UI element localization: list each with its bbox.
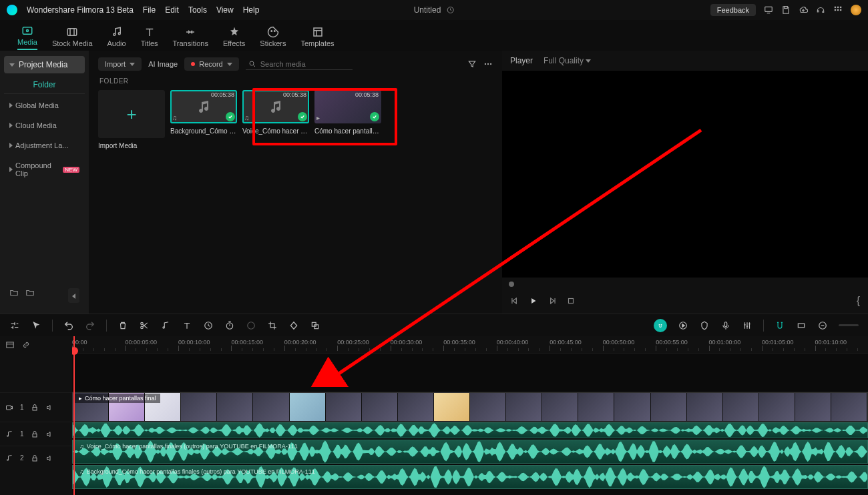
import-tile[interactable]: + Import Media bbox=[98, 90, 165, 149]
audio-track-1-label[interactable]: 1 bbox=[0, 422, 72, 446]
voice-icon[interactable] bbox=[720, 320, 731, 331]
prev-frame-icon[interactable] bbox=[510, 296, 519, 306]
user-avatar[interactable] bbox=[851, 5, 861, 15]
collapse-sidebar-button[interactable] bbox=[68, 288, 79, 303]
split-icon[interactable] bbox=[139, 320, 150, 331]
audio-clip-1[interactable]: ♫ Voice_Cómo hacer pantallas finales (ou… bbox=[72, 440, 868, 464]
feedback-button[interactable]: Feedback bbox=[710, 4, 756, 16]
player-controls: { bbox=[502, 291, 868, 314]
menu-file[interactable]: File bbox=[143, 5, 156, 15]
tab-transitions[interactable]: Transitions bbox=[173, 26, 208, 50]
media-item[interactable]: 00:05:38 ▸ Cómo hacer pantallas ... bbox=[314, 90, 381, 149]
group-icon[interactable] bbox=[310, 320, 320, 331]
folder-icon[interactable] bbox=[25, 288, 35, 298]
video-audio-wave[interactable] bbox=[72, 422, 868, 438]
monitor-icon[interactable] bbox=[764, 5, 773, 15]
video-clip-label: ▸ Cómo hacer pantallas final bbox=[75, 394, 160, 403]
svg-rect-37 bbox=[7, 406, 11, 410]
import-dropdown[interactable]: Import bbox=[98, 57, 142, 71]
keyframe-icon[interactable] bbox=[288, 320, 299, 331]
settings-icon[interactable]: { bbox=[857, 295, 860, 307]
tab-stickers[interactable]: Stickers bbox=[260, 26, 286, 50]
media-item[interactable]: 00:05:38 ♫ Voice_Cómo hacer pa... bbox=[242, 90, 309, 149]
video-track-label[interactable]: 1 bbox=[0, 392, 72, 422]
snap-icon[interactable] bbox=[775, 320, 785, 331]
time-ruler[interactable]: 00:0000:00:05:0000:00:10:0000:00:15:0000… bbox=[72, 336, 868, 354]
stop-icon[interactable] bbox=[566, 296, 576, 306]
redo-icon[interactable] bbox=[85, 320, 95, 331]
menu-tools[interactable]: Tools bbox=[188, 5, 207, 15]
audio-clip-2[interactable]: ♫ Background_Cómo hacer pantallas finale… bbox=[72, 465, 868, 489]
text-icon[interactable] bbox=[182, 320, 192, 331]
play-icon[interactable] bbox=[529, 296, 538, 306]
duration-label: 00:05:38 bbox=[355, 91, 379, 98]
lock-icon[interactable] bbox=[31, 404, 39, 412]
tab-audio[interactable]: Audio bbox=[107, 26, 126, 50]
audio-edit-icon[interactable] bbox=[160, 320, 171, 331]
quality-dropdown[interactable]: Full Quality bbox=[544, 56, 591, 65]
sidebar-item-global[interactable]: Global Media bbox=[4, 97, 85, 114]
folder-section-label: FOLDER bbox=[99, 77, 491, 85]
tab-media[interactable]: Media bbox=[17, 25, 37, 50]
mute-icon[interactable] bbox=[45, 430, 53, 438]
scrubber[interactable] bbox=[502, 278, 868, 291]
sidebar-item-cloud[interactable]: Cloud Media bbox=[4, 117, 85, 134]
svg-point-39 bbox=[7, 435, 9, 436]
headphones-icon[interactable] bbox=[816, 5, 825, 15]
zoom-out-icon[interactable] bbox=[817, 320, 828, 331]
link-icon[interactable] bbox=[21, 340, 31, 350]
cursor-icon[interactable] bbox=[31, 320, 41, 331]
tab-titles[interactable]: Titles bbox=[141, 26, 158, 50]
record-dropdown[interactable]: Record bbox=[184, 57, 238, 71]
mute-icon[interactable] bbox=[45, 454, 53, 462]
undo-icon[interactable] bbox=[63, 320, 74, 331]
project-media-button[interactable]: Project Media bbox=[4, 56, 85, 73]
music-icon bbox=[196, 99, 212, 115]
menu-help[interactable]: Help bbox=[243, 5, 260, 15]
video-clip[interactable] bbox=[72, 392, 868, 422]
cloud-upload-icon[interactable] bbox=[799, 5, 808, 15]
media-item[interactable]: 00:05:38 ♫ Background_Cómo ha... bbox=[170, 90, 237, 149]
sidebar-item-compound[interactable]: Compound ClipNEW bbox=[4, 157, 85, 182]
new-folder-icon[interactable] bbox=[9, 288, 19, 298]
next-frame-icon[interactable] bbox=[548, 296, 557, 306]
grid-icon[interactable] bbox=[833, 5, 843, 15]
tab-stock[interactable]: Stock Media bbox=[52, 26, 93, 50]
save-icon[interactable] bbox=[781, 5, 791, 15]
more-icon[interactable] bbox=[483, 59, 493, 69]
video-viewport[interactable] bbox=[502, 71, 868, 278]
ai-image-button[interactable]: AI Image bbox=[148, 60, 178, 68]
menu-edit[interactable]: Edit bbox=[165, 5, 179, 15]
mixer-icon[interactable] bbox=[742, 320, 752, 331]
zoom-slider[interactable] bbox=[839, 324, 859, 326]
audio-track-2-label[interactable]: 2 bbox=[0, 446, 72, 470]
render-icon[interactable] bbox=[678, 320, 688, 331]
ai-button[interactable] bbox=[654, 319, 667, 332]
svg-point-31 bbox=[661, 324, 662, 326]
tab-templates[interactable]: Templates bbox=[300, 26, 334, 50]
lock-icon[interactable] bbox=[31, 454, 39, 462]
filter-icon[interactable] bbox=[467, 59, 477, 69]
svg-rect-36 bbox=[7, 342, 14, 348]
delete-icon[interactable] bbox=[118, 320, 128, 331]
sidebar-item-adjustment[interactable]: Adjustment La... bbox=[4, 137, 85, 154]
history-icon[interactable] bbox=[446, 6, 454, 14]
track-num: 1 bbox=[20, 430, 24, 438]
search-input[interactable] bbox=[260, 60, 347, 68]
mute-icon[interactable] bbox=[45, 404, 53, 412]
adjust-icon[interactable] bbox=[9, 320, 20, 331]
fit-icon[interactable] bbox=[796, 320, 807, 331]
folder-button[interactable]: Folder bbox=[4, 76, 85, 94]
playhead[interactable] bbox=[73, 336, 75, 495]
color-icon[interactable] bbox=[246, 320, 256, 331]
lock-icon[interactable] bbox=[31, 430, 39, 438]
menu-view[interactable]: View bbox=[216, 5, 234, 15]
tracks-area[interactable]: 00:0000:00:05:0000:00:10:0000:00:15:0000… bbox=[72, 336, 868, 495]
duration-icon[interactable] bbox=[224, 320, 235, 331]
speed-icon[interactable] bbox=[203, 320, 214, 331]
crop-icon[interactable] bbox=[267, 320, 278, 331]
marker-icon[interactable] bbox=[699, 320, 710, 331]
tracks-settings-icon[interactable] bbox=[5, 340, 15, 350]
track-num: 2 bbox=[20, 454, 24, 462]
tab-effects[interactable]: Effects bbox=[223, 26, 245, 50]
